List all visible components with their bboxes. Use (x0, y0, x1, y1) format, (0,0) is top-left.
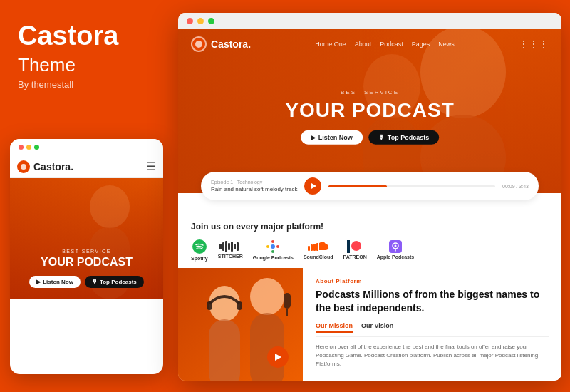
svg-rect-12 (228, 243, 230, 250)
stitcher-label: STITCHER (218, 254, 243, 259)
platform-spotify: Spotify (191, 239, 208, 261)
player-bar: Episode 1 · Technology Rain and natural … (201, 172, 539, 200)
google-podcasts-icon (266, 239, 280, 254)
svg-rect-15 (237, 242, 239, 251)
mobile-listen-button[interactable]: ▶ Listen Now (29, 276, 81, 288)
svg-rect-35 (237, 301, 242, 310)
svg-point-32 (209, 286, 240, 321)
svg-point-25 (351, 241, 361, 251)
svg-rect-23 (314, 244, 316, 251)
svg-rect-13 (231, 242, 233, 252)
svg-point-16 (271, 244, 275, 249)
mobile-logo-text: Castora. (33, 161, 73, 172)
desktop-hero: Castora. Home One About Podcast Pages Ne… (178, 29, 561, 193)
desktop-hero-buttons: ▶ Listen Now 🎙 Top Podcasts (285, 130, 455, 145)
player-play-button[interactable] (304, 177, 321, 195)
mobile-top-bar (10, 139, 163, 155)
nav-link-pages[interactable]: Pages (412, 41, 430, 48)
platform-title: Join us on every major platform! (191, 222, 549, 232)
mobile-nav: Castora. ☰ (10, 155, 163, 178)
player-progress-fill (328, 185, 387, 187)
mobile-logo-svg (20, 163, 27, 170)
brand-subtitle: Theme (18, 54, 157, 76)
hamburger-icon[interactable]: ☰ (146, 160, 156, 173)
svg-point-36 (250, 278, 284, 315)
desktop-hero-title: YOUR PODCAST (285, 99, 455, 122)
bottom-text: About Platform Podcasts Millions of from… (303, 268, 561, 381)
svg-rect-34 (207, 301, 212, 310)
desktop-dot-close (187, 18, 193, 24)
player-episode-info: Episode 1 · Technology Rain and natural … (211, 180, 297, 192)
desktop-top-podcasts-button[interactable]: 🎙 Top Podcasts (368, 130, 439, 145)
platform-google-podcasts: Google Podcasts (253, 239, 294, 260)
mobile-top-podcasts-button[interactable]: 🎙 Top Podcasts (85, 276, 144, 288)
about-tab-vision[interactable]: Our Vision (361, 322, 393, 333)
brand-author: By themestall (18, 79, 157, 90)
platform-patreon: PATREON (343, 240, 367, 259)
nav-link-about[interactable]: About (355, 41, 372, 48)
svg-point-7 (195, 41, 202, 48)
platform-section: Join us on every major platform! Spotify (178, 213, 561, 268)
desktop-logo-svg (195, 40, 203, 48)
platform-stitcher: STITCHER (218, 241, 243, 259)
svg-rect-22 (311, 244, 313, 251)
nav-link-home[interactable]: Home One (315, 41, 346, 48)
platform-logos: Spotify STITCHER (191, 239, 549, 261)
mobile-logo: Castora. (17, 160, 73, 173)
desktop-listen-button[interactable]: ▶ Listen Now (301, 130, 363, 145)
player-episode-meta: Episode 1 · Technology (211, 180, 297, 185)
desktop-best-service-label: BEST SERVICE (285, 89, 455, 96)
mobile-hero-title: YOUR PODCAST (41, 256, 133, 269)
mobile-dot-close (19, 145, 24, 150)
mic-icon: 🎙 (378, 134, 385, 141)
bottom-play-button[interactable] (267, 346, 289, 368)
svg-marker-40 (275, 354, 281, 361)
svg-rect-10 (222, 242, 224, 251)
brand-title: Castora (18, 21, 157, 51)
desktop-hero-content: BEST SERVICE YOUR PODCAST ▶ Listen Now 🎙… (285, 89, 455, 145)
spotify-icon (192, 239, 207, 254)
soundcloud-label: SoundCloud (304, 254, 333, 259)
soundcloud-icon (308, 240, 329, 253)
about-tab-mission[interactable]: Our Mission (316, 322, 353, 333)
mobile-logo-icon (17, 160, 30, 173)
desktop-nav: Castora. Home One About Podcast Pages Ne… (178, 29, 561, 59)
svg-point-18 (271, 250, 274, 253)
player-play-triangle-icon (311, 183, 316, 189)
desktop-logo-text: Castora. (211, 38, 251, 50)
desktop-dot-maximize (208, 18, 214, 24)
mobile-dot-maximize (34, 145, 39, 150)
svg-rect-24 (316, 243, 318, 251)
svg-rect-21 (308, 246, 310, 251)
platform-apple-podcasts: Apple Podcasts (377, 240, 415, 259)
nav-link-news[interactable]: News (438, 41, 455, 48)
svg-rect-11 (225, 241, 227, 252)
about-title: Podcasts Millions of from the biggest na… (316, 288, 549, 315)
desktop-dot-minimize (197, 18, 204, 24)
mobile-best-service-label: BEST SERVICE (62, 249, 111, 254)
bottom-section: About Platform Podcasts Millions of from… (178, 268, 561, 381)
svg-rect-14 (234, 244, 236, 249)
svg-point-1 (90, 185, 130, 228)
svg-rect-9 (219, 244, 222, 249)
google-podcasts-label: Google Podcasts (253, 255, 294, 260)
mobile-hero: BEST SERVICE YOUR PODCAST ▶ Listen Now 🎙… (10, 178, 163, 299)
player-progress-bar[interactable] (328, 185, 495, 187)
mobile-mockup: Castora. ☰ BEST SERVICE YOUR PODCAST ▶ L… (10, 139, 163, 374)
svg-point-30 (394, 245, 396, 247)
desktop-mockup: Castora. Home One About Podcast Pages Ne… (178, 13, 561, 381)
spotify-label: Spotify (191, 256, 208, 261)
about-description: Here on over all of the experience the b… (316, 343, 549, 368)
svg-rect-26 (347, 240, 350, 253)
player-time: 00:09 / 3:43 (502, 184, 529, 189)
svg-point-19 (266, 245, 269, 248)
desktop-top-bar (178, 13, 561, 29)
about-tabs: Our Mission Our Vision (316, 322, 549, 337)
nav-link-podcast[interactable]: Podcast (380, 41, 403, 48)
svg-rect-33 (209, 319, 240, 381)
bottom-play-icon (274, 353, 282, 361)
grid-icon[interactable]: ⋮⋮⋮ (519, 38, 549, 50)
left-branding-panel: Castora Theme By themestall Castora. ☰ (0, 0, 175, 392)
desktop-nav-links: Home One About Podcast Pages News (315, 41, 455, 48)
patreon-icon (347, 240, 363, 253)
